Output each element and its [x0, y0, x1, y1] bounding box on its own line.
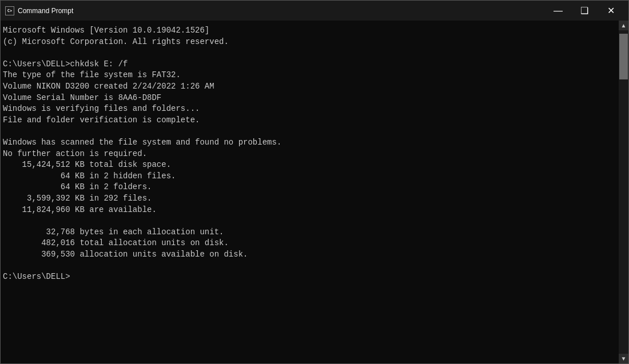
scroll-up-arrow[interactable]: ▲	[619, 21, 628, 30]
cmd-window: Command Prompt — ❑ ✕ Microsoft Windows […	[0, 0, 629, 364]
cmd-logo	[5, 6, 14, 15]
scrollbar[interactable]: ▲ ▼	[619, 21, 628, 363]
minimize-button[interactable]: —	[545, 1, 571, 21]
title-bar-left: Command Prompt	[5, 6, 73, 15]
scroll-down-arrow[interactable]: ▼	[619, 354, 628, 363]
content-area: Microsoft Windows [Version 10.0.19042.15…	[1, 21, 628, 363]
close-button[interactable]: ✕	[598, 1, 624, 21]
title-bar: Command Prompt — ❑ ✕	[1, 1, 628, 21]
scrollbar-track[interactable]	[619, 30, 628, 354]
title-text: Command Prompt	[18, 7, 73, 15]
scrollbar-thumb[interactable]	[619, 34, 628, 79]
terminal-output[interactable]: Microsoft Windows [Version 10.0.19042.15…	[1, 21, 619, 363]
restore-button[interactable]: ❑	[571, 1, 598, 21]
title-bar-controls: — ❑ ✕	[545, 1, 624, 21]
cmd-icon	[5, 6, 14, 15]
